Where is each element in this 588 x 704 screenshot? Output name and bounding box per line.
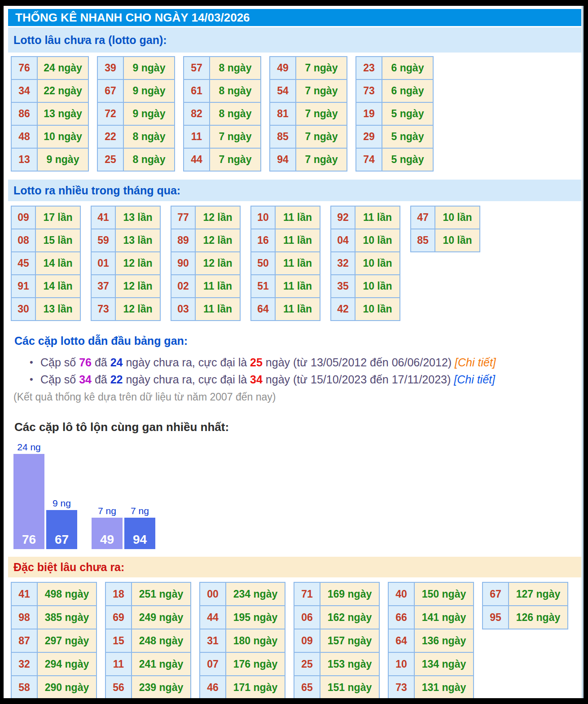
bullet-text-segment: 34: [250, 373, 263, 386]
lotto-stat-value: 12 lần: [115, 275, 160, 298]
bullet-text-segment: đã: [92, 356, 110, 369]
bullet-text-segment: 76: [79, 356, 92, 369]
lotto-number: 25: [97, 148, 123, 171]
lotto-stat-value: 131 ngày: [414, 676, 474, 698]
lotto-number: 18: [105, 582, 132, 606]
lotto-number: 50: [251, 252, 275, 275]
lotto-stat-value: 9 ngày: [123, 79, 175, 102]
lotto-number: 02: [171, 275, 195, 298]
lotto-stat-table: 578 ngày618 ngày828 ngày117 ngày447 ngày: [183, 56, 261, 172]
lotto-stat-value: 290 ngày: [37, 676, 97, 698]
lotto-number: 41: [11, 582, 37, 606]
bar-item: 7 ng49: [92, 506, 123, 549]
lotto-stat-value: 126 ngày: [509, 606, 568, 629]
lotto-number: 87: [11, 629, 37, 652]
lotto-stat-value: 8 ngày: [123, 148, 175, 171]
lotto-stat-value: 10 ngày: [37, 125, 88, 148]
lotto-stat-value: 171 ngày: [226, 676, 285, 698]
lotto-stat-value: 10 lần: [355, 275, 400, 298]
lotto-stat-table: 497 ngày547 ngày817 ngày857 ngày947 ngày: [269, 56, 347, 172]
lotto-number: 22: [97, 125, 123, 148]
lotto-stat-value: 12 lần: [195, 206, 240, 229]
lotto-number: 51: [251, 275, 275, 298]
bullet-text-segment: Cặp số: [40, 356, 79, 369]
lotto-number: 47: [411, 206, 435, 229]
lotto-number: 07: [200, 652, 226, 676]
bar-value-label: 9 ng: [46, 498, 77, 509]
lotto-stat-value: 134 ngày: [414, 652, 474, 676]
lotto-stat-value: 6 ngày: [382, 79, 433, 102]
lotto-stat-value: 9 ngày: [123, 57, 175, 79]
lotto-stat-value: 157 ngày: [320, 629, 379, 652]
lotto-stat-value: 176 ngày: [226, 652, 285, 676]
lotto-number: 35: [331, 275, 355, 298]
lotto-stat-table: 00234 ngày44195 ngày31180 ngày07176 ngày…: [199, 582, 285, 698]
lotto-stat-table: 4710 lần8510 lần: [410, 206, 480, 252]
lotto-stat-value: 180 ngày: [226, 629, 285, 652]
lotto-stat-value: 297 ngày: [37, 629, 97, 652]
lotto-number: 91: [11, 275, 35, 298]
lotto-stat-value: 8 ngày: [210, 79, 261, 102]
bar-value-label: 24 ng: [13, 442, 44, 453]
page-title: THỐNG KÊ NHANH CHO NGÀY 14/03/2026: [8, 9, 581, 26]
lotto-stat-value: 10 lần: [355, 298, 400, 321]
lotto-stat-table: 1011 lần1611 lần5011 lần5111 lần6411 lần: [250, 206, 320, 321]
bar-category-label: 94: [124, 532, 155, 547]
lotto-stat-value: 498 ngày: [37, 582, 97, 606]
lotto-stat-value: 11 lần: [355, 206, 400, 229]
bullet-text-segment: ngày (từ 15/10/2023 đến 17/11/2023): [263, 373, 454, 386]
lotto-number: 11: [105, 652, 132, 676]
bullet-text-segment: ngày chưa ra, cực đại là: [123, 356, 250, 369]
lotto-number: 71: [294, 582, 320, 606]
bullet-text-segment: Cặp số: [40, 373, 79, 386]
lotto-number: 98: [11, 606, 37, 629]
lotto-stat-value: 13 lần: [35, 298, 80, 321]
bar-value-label: 7 ng: [92, 506, 123, 516]
lotto-number: 77: [171, 206, 195, 229]
lotto-stat-table: 41498 ngày98385 ngày87297 ngày32294 ngày…: [11, 582, 97, 698]
section-dac-biet-title: Đặc biệt lâu chưa ra:: [8, 557, 581, 577]
lotto-number: 82: [184, 102, 210, 125]
lotto-number: 25: [294, 652, 320, 676]
lotto-stat-value: 5 ngày: [382, 125, 433, 148]
lotto-number: 73: [388, 676, 414, 698]
lotto-stat-value: 12 lần: [195, 252, 240, 275]
lotto-stat-value: 7 ngày: [296, 125, 347, 148]
lotto-number: 03: [171, 298, 195, 321]
lotto-number: 72: [97, 102, 123, 125]
lotto-stat-value: 7 ngày: [210, 125, 261, 148]
lotto-stat-value: 6 ngày: [382, 57, 433, 79]
lotto-number: 73: [91, 298, 115, 321]
bar-item: 9 ng67: [46, 498, 77, 549]
lotto-number: 04: [331, 229, 355, 252]
lotto-number: 44: [184, 148, 210, 171]
lotto-number: 34: [11, 79, 37, 102]
lotto-number: 11: [184, 125, 210, 148]
lotto-number: 85: [411, 229, 435, 252]
lotto-stat-table: 4113 lần5913 lần0112 lần3712 lần7312 lần: [91, 206, 161, 321]
chi-tiet-link[interactable]: [Chi tiết]: [455, 356, 496, 369]
pairs-bullet-list: •Cặp số 76 đã 24 ngày chưa ra, cực đại l…: [8, 354, 581, 388]
lotto-number: 46: [200, 676, 226, 698]
lotto-number: 39: [97, 57, 123, 79]
lotto-stat-table: 9211 lần0410 lần3210 lần3510 lần4210 lần: [330, 206, 400, 321]
lotto-number: 73: [356, 79, 382, 102]
lotto-stat-value: 14 lần: [35, 252, 80, 275]
lotto-number: 01: [91, 252, 115, 275]
lotto-stat-value: 162 ngày: [320, 606, 379, 629]
chi-tiet-link[interactable]: [Chi tiết]: [454, 373, 495, 386]
lotto-stat-value: 248 ngày: [132, 629, 191, 652]
data-range-note: (Kết quả thống kê dựa trên dữ liệu từ nă…: [13, 391, 581, 403]
bullet-text-segment: 24: [110, 356, 123, 369]
lotto-number: 64: [251, 298, 275, 321]
lotto-number: 76: [11, 57, 37, 79]
lotto-stat-value: 11 lần: [275, 275, 320, 298]
lotto-number: 40: [388, 582, 414, 606]
lotto-number: 65: [294, 676, 320, 698]
lotto-number: 69: [105, 606, 132, 629]
bar: 67: [46, 510, 77, 549]
scrollbar-track[interactable]: [582, 6, 584, 698]
lotto-stat-value: 7 ngày: [296, 57, 347, 79]
lotto-stat-value: 14 lần: [35, 275, 80, 298]
lotto-number: 31: [200, 629, 226, 652]
